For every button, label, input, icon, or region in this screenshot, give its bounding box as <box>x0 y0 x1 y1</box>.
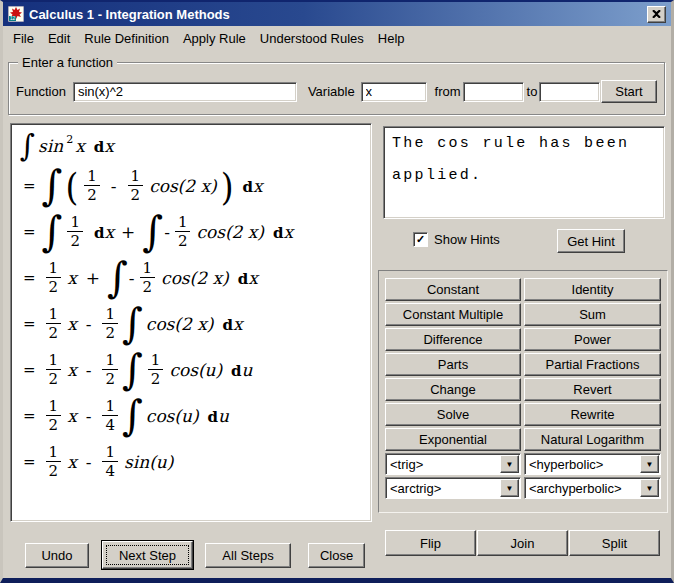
math-term: cos(2 x) <box>149 176 217 196</box>
dropdown-button[interactable]: ▼ <box>640 455 659 473</box>
all-steps-button[interactable]: All Steps <box>205 543 291 568</box>
fraction-numerator: 1 <box>148 352 164 370</box>
rule-button-identity[interactable]: Identity <box>524 278 661 301</box>
function-row: Function Variable from to Start <box>16 80 657 103</box>
fraction: 12 <box>175 214 191 250</box>
function-input[interactable] <box>73 82 297 102</box>
equals-sign: = <box>23 315 36 333</box>
variable-label: Variable <box>308 84 355 99</box>
fraction: 14 <box>102 444 118 480</box>
differential: dx <box>243 176 263 196</box>
rule-button-sum[interactable]: Sum <box>524 303 661 326</box>
math-steps-panel: ∫sin2xdx=∫(12-12cos(2 x))dx=∫12dx+∫-12co… <box>10 123 372 522</box>
integral-sign: ∫ <box>122 394 143 436</box>
fraction-denominator: 2 <box>105 370 115 388</box>
differential: dx <box>94 222 114 242</box>
rule-button-partial-fractions[interactable]: Partial Fractions <box>524 353 661 376</box>
rule-button-power[interactable]: Power <box>524 328 661 351</box>
fraction-numerator: 1 <box>102 444 118 462</box>
fraction-numerator: 1 <box>46 398 62 416</box>
fraction: 12 <box>102 306 118 342</box>
app-icon[interactable]: 12 <box>8 6 24 22</box>
dropdown-archyperbolic[interactable]: <archyperbolic>▼ <box>524 477 661 499</box>
app-window: 12 Calculus 1 - Integration Methods File… <box>0 0 674 583</box>
function-label: Function <box>16 84 66 99</box>
to-input[interactable] <box>539 82 600 102</box>
fraction-denominator: 2 <box>49 462 59 480</box>
math-step: =12x-14sin(u) <box>20 439 369 485</box>
variable-input[interactable] <box>361 82 427 102</box>
menu-item-file[interactable]: File <box>6 28 41 49</box>
fraction-denominator: 2 <box>49 278 59 296</box>
rule-button-difference[interactable]: Difference <box>385 328 521 351</box>
titlebar: 12 Calculus 1 - Integration Methods <box>3 2 671 26</box>
operator: - <box>86 452 92 472</box>
fraction-numerator: 1 <box>46 306 62 324</box>
fraction: 14 <box>102 398 118 434</box>
from-label: from <box>435 84 461 99</box>
show-hints-label: Show Hints <box>434 232 500 247</box>
math-term: x <box>67 452 77 472</box>
fraction: 12 <box>84 168 100 204</box>
fraction-denominator: 2 <box>178 232 188 250</box>
split-button[interactable]: Split <box>569 530 660 556</box>
math-step: ∫sin2xdx <box>20 129 369 163</box>
rule-button-natural-logarithm[interactable]: Natural Logarithm <box>524 428 661 451</box>
fraction: 12 <box>128 168 144 204</box>
rule-button-exponential[interactable]: Exponential <box>385 428 521 451</box>
fraction-denominator: 4 <box>105 416 115 434</box>
fraction-denominator: 2 <box>49 416 59 434</box>
fraction-numerator: 1 <box>46 260 62 278</box>
window-title: Calculus 1 - Integration Methods <box>29 7 647 22</box>
fraction-numerator: 1 <box>175 214 191 232</box>
menu-item-edit[interactable]: Edit <box>41 28 77 49</box>
left-paren: ( <box>65 167 78 205</box>
math-step: =12x-12∫12cos(u)du <box>20 347 369 393</box>
dropdown-row: <trig>▼<hyperbolic>▼ <box>385 453 662 475</box>
math-term: cos(2 x) <box>161 268 229 288</box>
equals-sign: = <box>23 453 36 471</box>
integral-sign: ∫ <box>42 210 63 252</box>
dropdown-arctrig[interactable]: <arctrig>▼ <box>385 477 521 499</box>
integral-sign: ∫ <box>107 256 128 298</box>
fraction-numerator: 1 <box>46 352 62 370</box>
rule-button-revert[interactable]: Revert <box>524 378 661 401</box>
menu-item-help[interactable]: Help <box>371 28 412 49</box>
math-step: =12x+∫-12cos(2 x)dx <box>20 255 369 301</box>
start-button[interactable]: Start <box>601 80 657 103</box>
menu-item-understood-rules[interactable]: Understood Rules <box>253 28 371 49</box>
next-step-button[interactable]: Next Step <box>102 541 193 569</box>
dropdown-button[interactable]: ▼ <box>500 455 519 473</box>
rules-grid: ConstantIdentityConstant MultipleSumDiff… <box>385 278 662 451</box>
from-input[interactable] <box>463 82 524 102</box>
show-hints-checkbox[interactable]: ✓ <box>413 232 428 247</box>
rule-button-change[interactable]: Change <box>385 378 521 401</box>
dropdown-trig[interactable]: <trig>▼ <box>385 453 521 475</box>
join-button[interactable]: Join <box>477 530 568 556</box>
rule-button-constant-multiple[interactable]: Constant Multiple <box>385 303 521 326</box>
operator: - <box>86 314 92 334</box>
menu-item-rule-definition[interactable]: Rule Definition <box>77 28 176 49</box>
fraction: 12 <box>46 444 62 480</box>
chevron-down-icon: ▼ <box>646 460 654 469</box>
rule-button-rewrite[interactable]: Rewrite <box>524 403 661 426</box>
differential: du <box>231 360 252 380</box>
dropdown-hyperbolic[interactable]: <hyperbolic>▼ <box>524 453 661 475</box>
math-step: =∫(12-12cos(2 x))dx <box>20 163 369 209</box>
rule-button-parts[interactable]: Parts <box>385 353 521 376</box>
rule-button-constant[interactable]: Constant <box>385 278 521 301</box>
equals-sign: = <box>23 269 36 287</box>
undo-button[interactable]: Undo <box>25 543 89 568</box>
close-button[interactable] <box>647 6 666 23</box>
close-button[interactable]: Close <box>308 543 365 568</box>
menu-item-apply-rule[interactable]: Apply Rule <box>176 28 253 49</box>
flip-button[interactable]: Flip <box>385 530 476 556</box>
math-term: cos(u) <box>169 360 222 380</box>
dropdown-button[interactable]: ▼ <box>500 479 519 497</box>
rule-button-solve[interactable]: Solve <box>385 403 521 426</box>
get-hint-button[interactable]: Get Hint <box>557 229 625 253</box>
dropdown-button[interactable]: ▼ <box>640 479 659 497</box>
svg-text:12: 12 <box>10 16 16 21</box>
integral-sign: ∫ <box>142 210 163 252</box>
fraction: 12 <box>140 260 156 296</box>
